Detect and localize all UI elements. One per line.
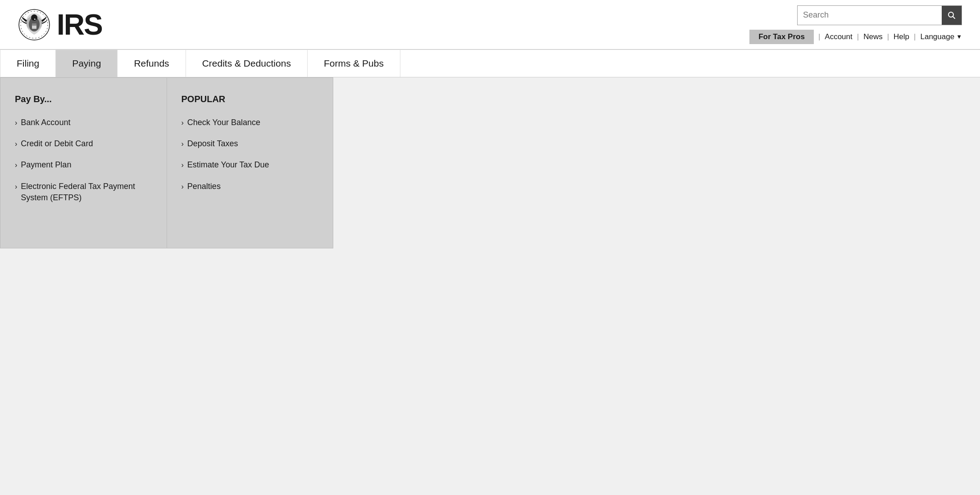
svg-line-8 (953, 16, 955, 18)
header: IRS For Tax Pros | Account | News | Help… (0, 0, 980, 50)
nav-item-credits-deductions[interactable]: Credits & Deductions (186, 50, 308, 77)
bank-account-link[interactable]: › Bank Account (15, 117, 152, 128)
chevron-right-icon-5: › (181, 118, 184, 128)
sep-1: | (818, 32, 820, 41)
help-link[interactable]: Help (894, 32, 909, 41)
chevron-down-icon: ▼ (956, 33, 962, 40)
search-input[interactable] (798, 6, 942, 25)
search-icon (948, 11, 956, 19)
language-label: Language (920, 32, 954, 41)
sep-4: | (914, 32, 916, 41)
check-balance-label: Check Your Balance (187, 117, 260, 128)
sep-2: | (857, 32, 859, 41)
credit-debit-card-link[interactable]: › Credit or Debit Card (15, 138, 152, 149)
dropdown-right-col: POPULAR › Check Your Balance › Deposit T… (167, 78, 333, 248)
dropdown-left-col: Pay By... › Bank Account › Credit or Deb… (0, 78, 167, 248)
nav-item-filing[interactable]: Filing (0, 50, 56, 77)
dropdown-menu: Pay By... › Bank Account › Credit or Deb… (0, 77, 333, 248)
chevron-right-icon-1: › (15, 118, 17, 128)
popular-title: POPULAR (181, 94, 319, 104)
chevron-right-icon-3: › (15, 160, 17, 170)
deposit-taxes-label: Deposit Taxes (187, 138, 238, 149)
penalties-label: Penalties (187, 181, 221, 192)
check-balance-link[interactable]: › Check Your Balance (181, 117, 319, 128)
eftps-link[interactable]: › Electronic Federal Tax Payment System … (15, 181, 152, 203)
payment-plan-label: Payment Plan (21, 159, 71, 171)
nav-item-forms-pubs[interactable]: Forms & Pubs (308, 50, 400, 77)
chevron-right-icon-6: › (181, 139, 184, 149)
chevron-right-icon-4: › (15, 182, 17, 192)
eftps-label: Electronic Federal Tax Payment System (E… (21, 181, 152, 203)
payment-plan-link[interactable]: › Payment Plan (15, 159, 152, 171)
news-link[interactable]: News (863, 32, 883, 41)
header-right: For Tax Pros | Account | News | Help | L… (749, 5, 962, 44)
logo-area: IRS (18, 9, 102, 41)
bank-account-label: Bank Account (21, 117, 70, 128)
sep-3: | (887, 32, 889, 41)
irs-eagle-icon (18, 9, 50, 41)
search-bar (797, 5, 962, 25)
utility-nav: For Tax Pros | Account | News | Help | L… (749, 30, 962, 44)
chevron-right-icon-2: › (15, 139, 17, 149)
for-tax-pros-button[interactable]: For Tax Pros (749, 30, 814, 44)
penalties-link[interactable]: › Penalties (181, 181, 319, 192)
main-nav: Filing Paying Refunds Credits & Deductio… (0, 50, 980, 77)
nav-item-paying[interactable]: Paying (56, 50, 118, 77)
estimate-tax-link[interactable]: › Estimate Your Tax Due (181, 159, 319, 171)
logo-text: IRS (57, 10, 102, 39)
nav-item-refunds[interactable]: Refunds (118, 50, 186, 77)
account-link[interactable]: Account (825, 32, 852, 41)
language-link[interactable]: Language ▼ (920, 32, 962, 41)
chevron-right-icon-7: › (181, 160, 184, 170)
search-button[interactable] (942, 6, 962, 25)
estimate-tax-label: Estimate Your Tax Due (187, 159, 269, 171)
pay-by-title: Pay By... (15, 94, 152, 104)
deposit-taxes-link[interactable]: › Deposit Taxes (181, 138, 319, 149)
svg-rect-5 (32, 23, 36, 26)
credit-debit-card-label: Credit or Debit Card (21, 138, 93, 149)
chevron-right-icon-8: › (181, 182, 184, 192)
